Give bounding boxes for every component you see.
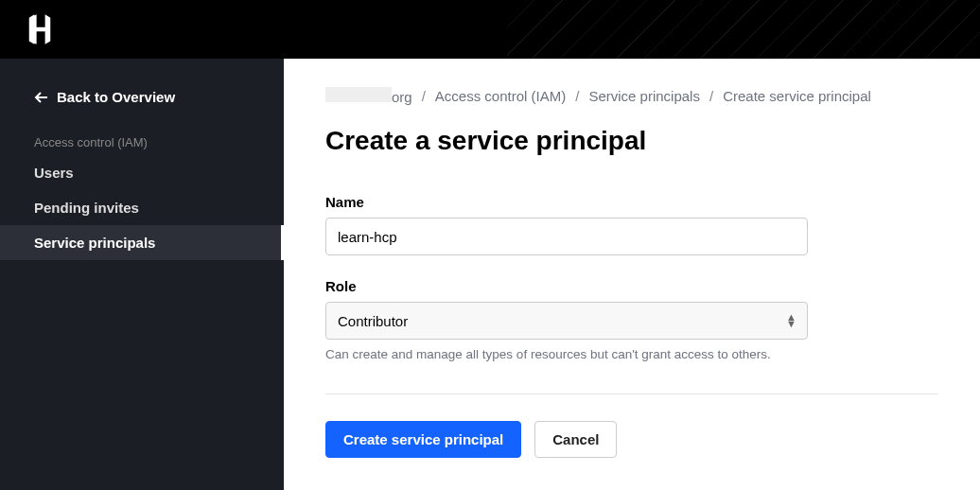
back-to-overview-link[interactable]: Back to Overview — [0, 81, 284, 124]
role-select[interactable]: Contributor — [325, 302, 808, 340]
breadcrumb-item[interactable]: Service principals — [588, 88, 700, 104]
name-label: Name — [325, 194, 938, 210]
sidebar-item-service-principals[interactable]: Service principals — [0, 225, 284, 260]
page-title: Create a service principal — [325, 126, 938, 156]
divider — [325, 394, 938, 394]
breadcrumb-separator: / — [422, 88, 426, 104]
button-row: Create service principal Cancel — [325, 421, 938, 458]
sidebar-item-label: Service principals — [34, 235, 155, 251]
sidebar-item-label: Pending invites — [34, 200, 139, 216]
back-label: Back to Overview — [57, 89, 175, 105]
name-field-group: Name — [325, 194, 938, 255]
sidebar-item-pending-invites[interactable]: Pending invites — [0, 190, 284, 225]
hashicorp-logo-icon[interactable] — [23, 12, 57, 46]
sidebar-section-label: Access control (IAM) — [0, 124, 284, 155]
top-header — [0, 0, 980, 59]
name-input[interactable] — [325, 218, 808, 255]
role-label: Role — [325, 278, 938, 294]
sidebar-item-users[interactable]: Users — [0, 155, 284, 190]
breadcrumb-org[interactable]: org — [325, 87, 412, 105]
breadcrumb: org / Access control (IAM) / Service pri… — [325, 87, 938, 105]
role-field-group: Role Contributor ▲▼ Can create and manag… — [325, 278, 938, 361]
breadcrumb-item: Create service principal — [723, 88, 871, 104]
create-service-principal-button[interactable]: Create service principal — [325, 421, 521, 458]
breadcrumb-item[interactable]: Access control (IAM) — [435, 88, 566, 104]
sidebar: Back to Overview Access control (IAM) Us… — [0, 59, 284, 490]
breadcrumb-separator: / — [709, 88, 713, 104]
breadcrumb-separator: / — [575, 88, 579, 104]
cancel-button[interactable]: Cancel — [534, 421, 617, 458]
main-content: org / Access control (IAM) / Service pri… — [284, 59, 980, 490]
sidebar-item-label: Users — [34, 165, 74, 181]
arrow-left-icon — [34, 91, 49, 104]
role-help-text: Can create and manage all types of resou… — [325, 347, 938, 361]
